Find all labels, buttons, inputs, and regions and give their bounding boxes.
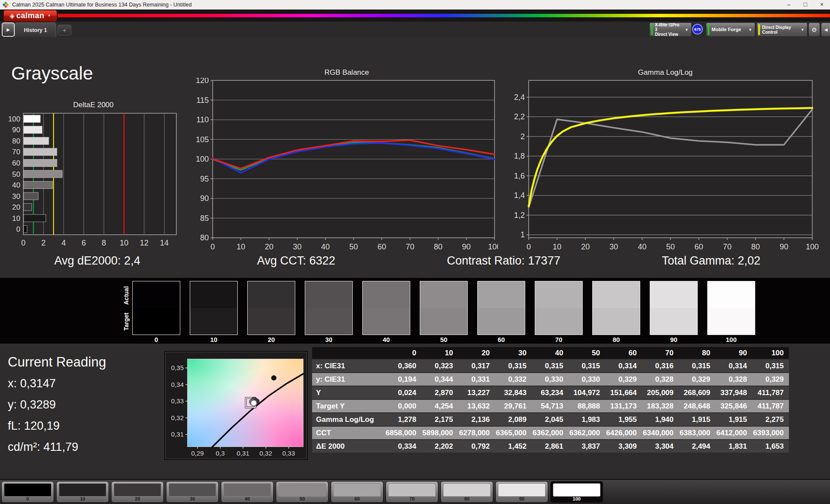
deltae-chart: 024681012140102030405060708090100 — [7, 111, 180, 253]
current-reading-title: Current Reading — [8, 354, 106, 370]
patch-button-20[interactable]: 20 — [111, 481, 164, 503]
svg-text:80: 80 — [751, 242, 760, 251]
table-column-header: 0 — [385, 349, 421, 357]
svg-text:50: 50 — [666, 242, 675, 251]
table-cell: 5898,000 — [421, 429, 458, 437]
source-name: Mobile Forge — [712, 27, 746, 32]
tab-history-1[interactable]: History 1 — [15, 22, 56, 37]
svg-text:95: 95 — [200, 175, 209, 183]
current-reading-x: x: 0,3147 — [8, 377, 106, 390]
svg-text:80: 80 — [200, 233, 209, 242]
grayscale-swatch-90 — [650, 281, 698, 335]
patch-button-0[interactable]: 0 — [1, 481, 54, 503]
grayscale-swatch-10 — [190, 281, 238, 335]
table-cell: 6412,000 — [715, 429, 752, 437]
table-row-label: Y — [312, 389, 385, 397]
svg-text:0: 0 — [16, 225, 20, 233]
table-cell: 13,632 — [458, 402, 495, 411]
swatch-actual — [133, 281, 180, 308]
source-dropdown[interactable]: Mobile Forge ▼ — [706, 22, 755, 37]
patch-button-60[interactable]: 60 — [331, 481, 383, 503]
settings-button[interactable]: ⚙ — [808, 22, 820, 37]
actual-row-label: Actual — [123, 282, 130, 309]
table-cell: 2,861 — [532, 442, 568, 451]
svg-text:110: 110 — [196, 115, 209, 124]
svg-text:2: 2 — [520, 132, 525, 141]
grayscale-swatch-0 — [132, 281, 180, 335]
table-cell: 3,309 — [605, 442, 642, 451]
table-cell: 2,870 — [421, 389, 458, 397]
table-cell: 0,329 — [605, 375, 642, 384]
table-cell: 32,843 — [495, 389, 532, 397]
svg-text:10: 10 — [553, 242, 562, 251]
swatch-target — [420, 308, 467, 335]
patch-button-40[interactable]: 40 — [221, 481, 274, 503]
gamma-chart-title: Gamma Log/Log — [511, 68, 819, 77]
swatch-level-label: 40 — [362, 336, 410, 343]
swatch-level-label: 0 — [132, 336, 180, 343]
table-row-y: Y0,0242,87013,22732,84363,234104,972151,… — [312, 386, 789, 399]
patch-button-30[interactable]: 30 — [166, 481, 219, 503]
patch-button-100[interactable]: 100 — [550, 481, 603, 503]
table-cell: 0,314 — [605, 362, 642, 370]
svg-text:90: 90 — [462, 242, 471, 251]
collapse-panel-button[interactable]: ◀ — [821, 22, 830, 37]
table-cell: 0,330 — [532, 375, 568, 384]
minimize-button[interactable]: – — [781, 0, 797, 10]
svg-text:4: 4 — [61, 239, 66, 247]
table-row-x-cie31: x: CIE310,3600,3230,3170,3150,3150,3150,… — [312, 360, 789, 372]
calman-menu-button[interactable]: ◈ calman ▼ — [3, 10, 57, 22]
svg-text:0,29: 0,29 — [191, 450, 204, 457]
table-cell: 0,315 — [568, 362, 605, 370]
measurement-table: 0102030405060708090100x: CIE310,3600,323… — [312, 347, 789, 453]
patch-button-10[interactable]: 10 — [56, 481, 109, 503]
maximize-button[interactable]: □ — [797, 0, 814, 10]
table-cell: 0,331 — [458, 375, 495, 384]
table-cell: 0,000 — [385, 402, 421, 411]
deltae-chart-title: DeltaE 2000 — [7, 101, 180, 109]
meter-dropdown[interactable]: X-Rite i1Pro 3 Direct View ▼ — [649, 22, 692, 37]
table-row-label: CCT — [312, 429, 385, 437]
table-cell: 0,315 — [532, 362, 568, 370]
svg-text:100: 100 — [196, 155, 209, 163]
svg-text:1: 1 — [520, 230, 525, 239]
swatch-level-label: 70 — [535, 336, 583, 343]
patch-button-label: 70 — [386, 496, 438, 501]
display-status-strip — [758, 24, 760, 35]
svg-text:1,8: 1,8 — [514, 152, 525, 160]
add-tab-button[interactable]: + — [57, 25, 71, 35]
svg-text:80: 80 — [12, 137, 20, 145]
grayscale-swatch-20 — [247, 281, 295, 335]
table-cell: 411,787 — [752, 389, 789, 397]
table-cell: 29,761 — [495, 402, 532, 411]
table-cell: 0,334 — [385, 442, 421, 451]
patch-chip — [4, 483, 51, 497]
swatch-actual — [248, 281, 295, 308]
svg-text:20: 20 — [581, 242, 590, 251]
table-cell: 104,972 — [568, 389, 605, 397]
table-cell: 6393,000 — [752, 429, 789, 437]
swatch-actual — [478, 281, 525, 308]
display-control-dropdown[interactable]: Direct Display Control ▼ — [757, 22, 808, 37]
tab-scroll-button[interactable]: ▶ — [2, 22, 15, 37]
table-cell: 2,045 — [532, 415, 568, 424]
svg-text:50: 50 — [349, 242, 358, 251]
swatch-target — [650, 308, 697, 335]
patch-button-70[interactable]: 70 — [386, 481, 438, 503]
patch-button-80[interactable]: 80 — [441, 481, 493, 503]
grayscale-swatch-50 — [420, 281, 468, 335]
table-column-header: 80 — [679, 349, 715, 357]
table-cell: 0,330 — [568, 375, 605, 384]
svg-text:1,4: 1,4 — [514, 191, 525, 200]
patch-button-50[interactable]: 50 — [276, 481, 329, 503]
play-icon: ▶ — [6, 27, 10, 32]
current-reading-cd: cd/m²: 411,79 — [8, 440, 106, 454]
patch-button-90[interactable]: 90 — [495, 481, 548, 503]
svg-text:85: 85 — [200, 214, 209, 223]
close-button[interactable]: × — [814, 0, 830, 10]
swatch-actual — [420, 281, 467, 308]
swatch-actual — [593, 281, 640, 308]
table-cell: 1,653 — [752, 442, 789, 451]
patch-button-label: 80 — [441, 496, 493, 501]
table-cell: 1,983 — [568, 415, 605, 424]
